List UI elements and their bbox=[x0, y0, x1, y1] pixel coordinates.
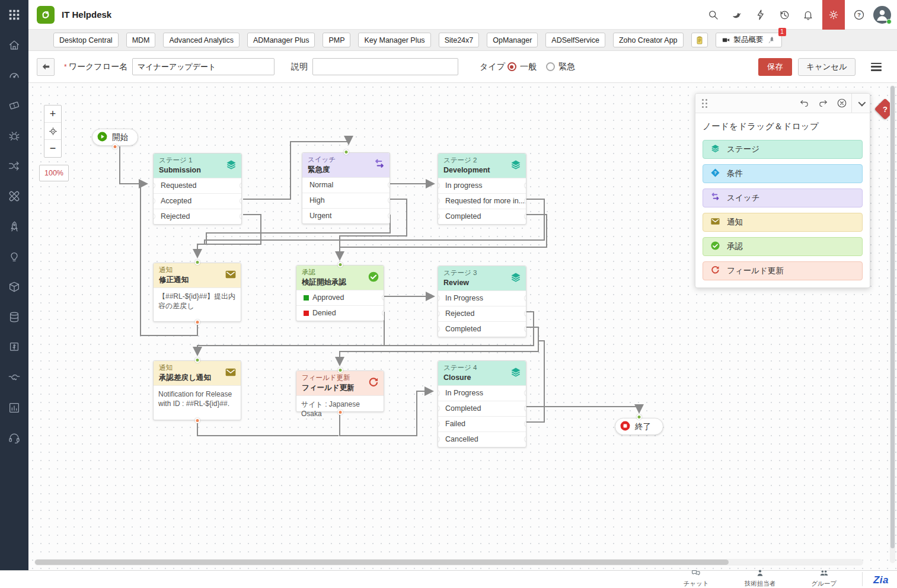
bottom-bar-item-chat[interactable]: チャット bbox=[664, 568, 728, 587]
node-row[interactable]: Requested bbox=[154, 178, 241, 193]
search-icon[interactable] bbox=[704, 5, 723, 24]
tab-key-manager-plus[interactable]: Key Manager Plus bbox=[358, 33, 430, 47]
sidebar-item-purchase-icon[interactable] bbox=[7, 340, 21, 354]
help-icon[interactable]: ? bbox=[850, 5, 869, 24]
out-port-dot[interactable] bbox=[525, 391, 526, 396]
back-button[interactable] bbox=[37, 58, 55, 76]
in-port-dot[interactable] bbox=[194, 260, 200, 265]
tab-desktop-central[interactable]: Desktop Central bbox=[53, 33, 119, 47]
out-port-dot[interactable] bbox=[525, 296, 526, 301]
workflow-node-switch1[interactable]: スイッチ緊急度NormalHighUrgent bbox=[302, 152, 390, 224]
tab-site24x7[interactable]: Site24x7 bbox=[439, 33, 480, 47]
sidebar-item-cmdb-database-icon[interactable] bbox=[7, 310, 21, 324]
sidebar-item-requests-ticket-icon[interactable] bbox=[7, 98, 21, 113]
palette-item-cond[interactable]: ?条件 bbox=[703, 164, 863, 183]
sidebar-item-projects-rocket-icon[interactable] bbox=[7, 219, 21, 234]
collapse-chevron-icon[interactable] bbox=[851, 94, 870, 113]
cancel-button[interactable]: キャンセル bbox=[798, 58, 855, 76]
menu-icon[interactable] bbox=[870, 62, 883, 72]
node-row[interactable]: Denied bbox=[296, 305, 384, 321]
out-port-dot[interactable] bbox=[388, 183, 390, 188]
out-port-dot[interactable] bbox=[388, 213, 390, 219]
node-row[interactable]: Cancelled bbox=[438, 432, 526, 447]
node-row[interactable]: Accepted bbox=[154, 193, 241, 209]
tab-pmp[interactable]: PMP bbox=[323, 33, 350, 47]
type-radio-general[interactable]: 一般 bbox=[507, 62, 537, 72]
clipboard-icon[interactable] bbox=[691, 33, 708, 47]
workflow-node-approval1[interactable]: 承認検証開始承認ApprovedDenied bbox=[296, 265, 384, 321]
out-port-dot[interactable] bbox=[525, 199, 526, 204]
in-port-dot[interactable] bbox=[637, 414, 642, 420]
tab-opmanager[interactable]: OpManager bbox=[487, 33, 538, 47]
node-row[interactable]: In Progress bbox=[438, 290, 526, 306]
zoom-out-button[interactable]: − bbox=[44, 140, 61, 157]
in-port-dot[interactable] bbox=[438, 406, 439, 411]
workflow-node-start[interactable]: 開始 bbox=[92, 129, 138, 146]
sidebar-item-home-icon[interactable] bbox=[7, 38, 21, 52]
apps-grid-icon[interactable] bbox=[7, 8, 21, 22]
node-row[interactable]: Approved bbox=[296, 290, 384, 305]
node-row[interactable]: Completed bbox=[438, 321, 526, 337]
app-logo[interactable] bbox=[37, 6, 55, 24]
node-row[interactable]: Urgent bbox=[302, 208, 390, 223]
sidebar-item-releases-patch-icon[interactable] bbox=[7, 189, 21, 203]
node-row[interactable]: Failed bbox=[438, 416, 526, 432]
tab-adselfservice[interactable]: ADSelfService bbox=[545, 33, 605, 47]
in-port-dot[interactable] bbox=[438, 214, 439, 219]
sidebar-item-support-headset-icon[interactable] bbox=[7, 431, 21, 445]
out-port-dot[interactable] bbox=[113, 144, 118, 149]
out-port-dot[interactable] bbox=[337, 410, 343, 415]
in-port-dot[interactable] bbox=[154, 214, 155, 219]
in-port-dot[interactable] bbox=[438, 327, 439, 332]
bottom-bar-item-person[interactable]: 技術担当者 bbox=[728, 568, 792, 587]
sidebar-item-contracts-handshake-icon[interactable] bbox=[7, 370, 21, 385]
node-row[interactable]: Rejected bbox=[154, 209, 241, 224]
out-port-dot[interactable] bbox=[525, 421, 526, 427]
node-row[interactable]: Rejected bbox=[438, 306, 526, 321]
workflow-node-end[interactable]: 終了 bbox=[615, 418, 663, 435]
workflow-canvas[interactable]: + − 100% 開始ステージ 1SubmissionRequestedAcce… bbox=[28, 83, 897, 570]
palette-item-switch[interactable]: スイッチ bbox=[703, 188, 863, 207]
tab-advanced-analytics[interactable]: Advanced Analytics bbox=[163, 33, 239, 47]
node-row[interactable]: Completed bbox=[438, 209, 526, 224]
in-port-dot[interactable] bbox=[438, 183, 439, 188]
save-button[interactable]: 保存 bbox=[758, 58, 792, 76]
in-port-dot[interactable] bbox=[438, 391, 439, 396]
palette-item-approval[interactable]: 承認 bbox=[703, 237, 863, 256]
out-port-dot[interactable] bbox=[525, 437, 526, 442]
vertical-scroll-thumb[interactable] bbox=[890, 86, 895, 548]
product-overview-button[interactable]: 製品概要1 bbox=[716, 33, 782, 47]
sidebar-item-reports-chart-icon[interactable] bbox=[7, 401, 21, 415]
out-port-dot[interactable] bbox=[525, 327, 526, 332]
zia-logo[interactable]: Zia bbox=[873, 574, 889, 587]
node-row[interactable]: In Progress bbox=[438, 385, 526, 401]
out-port-dot[interactable] bbox=[194, 418, 200, 423]
undo-icon[interactable] bbox=[794, 94, 813, 113]
notifications-bell-icon[interactable] bbox=[799, 5, 818, 24]
bottom-bar-item-group[interactable]: グループ bbox=[792, 568, 856, 587]
community-bird-icon[interactable] bbox=[727, 5, 746, 24]
palette-item-stage[interactable]: ステージ bbox=[703, 140, 863, 159]
out-port-dot[interactable] bbox=[525, 311, 526, 317]
redo-icon[interactable] bbox=[813, 94, 832, 113]
description-input[interactable] bbox=[312, 58, 458, 75]
workflow-name-input[interactable] bbox=[132, 58, 274, 75]
workflow-node-stage1[interactable]: ステージ 1SubmissionRequestedAcceptedRejecte… bbox=[153, 153, 242, 225]
in-port-dot[interactable] bbox=[194, 357, 200, 363]
sidebar-item-dashboard-icon[interactable] bbox=[7, 68, 21, 82]
node-row[interactable]: High bbox=[302, 193, 390, 208]
workflow-node-stage4[interactable]: ステージ 4ClosureIn ProgressCompletedFailedC… bbox=[438, 360, 526, 448]
workflow-node-stage2[interactable]: ステージ 2DevelopmentIn progressRequested fo… bbox=[438, 153, 526, 225]
out-port-dot[interactable] bbox=[388, 198, 390, 203]
tab-mdm[interactable]: MDM bbox=[126, 33, 156, 47]
in-port-dot[interactable] bbox=[438, 296, 439, 301]
node-row[interactable]: Normal bbox=[302, 177, 390, 193]
node-row[interactable]: Requested for more in... bbox=[438, 193, 526, 209]
vertical-scrollbar[interactable] bbox=[890, 85, 895, 563]
history-icon[interactable] bbox=[775, 5, 794, 24]
zoom-in-button[interactable]: + bbox=[44, 106, 61, 123]
out-port-dot[interactable] bbox=[525, 406, 526, 411]
type-radio-urgent[interactable]: 緊急 bbox=[546, 62, 575, 72]
tab-admanager-plus[interactable]: ADManager Plus bbox=[247, 33, 315, 47]
close-icon[interactable] bbox=[832, 94, 851, 113]
